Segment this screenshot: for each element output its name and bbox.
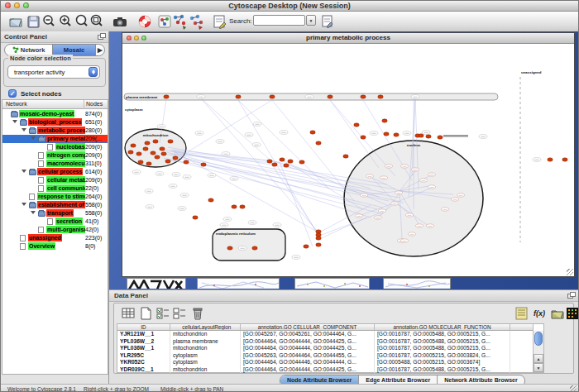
new-attribute-icon[interactable] [138,306,153,321]
table-column-header[interactable]: _cellularLayoutRegion [170,324,241,331]
table-cell[interactable]: [GO:0016787, GO:0005488, GO:0005215, G..… [375,345,510,352]
help-ring-icon[interactable] [136,13,153,30]
gene-node[interactable] [236,95,241,98]
table-cell[interactable]: YPL036W__2 [117,338,170,346]
expander-icon[interactable] [12,120,17,123]
gene-node[interactable] [184,160,189,164]
tree-row-label[interactable]: transport [46,209,74,217]
gene-node[interactable] [562,158,567,161]
window-resize-grip[interactable] [567,269,573,275]
gene-node[interactable] [384,132,389,136]
tree-row[interactable]: secretion41(0) [2,218,108,226]
gene-node[interactable] [164,95,169,98]
tree-row[interactable]: response to stimulu264(0) [2,193,108,201]
scrollbar-thumb[interactable] [534,332,543,346]
tree-row-label[interactable]: response to stimulu [37,193,85,200]
search-advanced-icon[interactable] [320,14,337,31]
tree-row-label[interactable]: Overview [28,242,55,250]
expander-icon[interactable] [22,203,26,206]
tree-row[interactable]: cellular metabol209(0) [2,176,108,184]
gene-node[interactable] [382,119,387,122]
network-window-title-bar[interactable]: primary metabolic process [122,33,574,44]
select-nodes-checkbox[interactable]: ✓ [8,89,17,98]
gene-node[interactable] [361,136,366,139]
gene-node[interactable] [168,140,173,143]
gene-node[interactable] [151,151,156,155]
gene-node[interactable] [304,245,309,248]
background-window-3[interactable] [294,278,370,289]
table-cell[interactable]: YKR052C [117,359,170,366]
background-window-4[interactable] [383,278,451,289]
gene-node[interactable] [310,131,315,134]
gene-node[interactable] [145,141,150,145]
tree-row-label[interactable]: secretion [55,218,83,225]
table-cell[interactable]: mitochondrion [170,366,241,374]
tree-row-label[interactable]: multi-organism pro [46,226,85,233]
gene-node[interactable] [161,152,166,155]
gene-node[interactable] [438,136,443,139]
zoom-selected-icon[interactable] [89,13,105,30]
gene-node[interactable] [316,230,321,233]
table-cell[interactable]: [GO:0005488, GO:0005215, GO:0003674] [375,359,510,366]
table-cell[interactable]: [GO:0016787, GO:0005488, GO:0005215, G..… [375,331,510,338]
expander-icon[interactable] [22,170,26,173]
gene-node[interactable] [208,198,213,202]
gene-node[interactable] [146,162,151,165]
select-attributes-icon[interactable] [156,306,170,321]
annotation-page-icon[interactable] [211,13,227,30]
table-cell[interactable]: [GO:0044464, GO:0044444, GO:0044425, G..… [241,345,375,352]
gene-node[interactable] [548,158,553,161]
tree-row[interactable]: nucleobase-209(0) [2,143,108,151]
save-icon[interactable] [25,13,41,30]
expander-icon[interactable] [31,136,36,140]
gene-node[interactable] [316,141,321,145]
table-cell[interactable]: [GO:0044464, GO:0044444, GO:0044425, G..… [241,338,375,346]
gene-node[interactable] [267,160,272,163]
tree-row[interactable]: metabolic process280(0) [2,127,108,135]
gene-node[interactable] [201,163,206,166]
tree-row[interactable]: cell communicat22(0) [2,184,108,193]
app-resize-grip[interactable] [570,385,577,392]
node-color-dropdown[interactable]: transporter activity [7,65,100,79]
table-column-header[interactable]: annotation.GO MOLECULAR_FUNCTION [375,324,510,331]
tree-row-label[interactable]: nitrogen compo [46,151,85,159]
table-column-header[interactable] [510,324,534,331]
expander-icon[interactable] [31,211,36,214]
gene-node[interactable] [272,163,277,166]
data-panel-float-icon[interactable] [567,292,575,299]
layout-network-1-icon[interactable] [171,13,188,30]
tree-row-label[interactable]: mosaic-demo-yeast [19,110,74,117]
gene-node[interactable] [227,246,232,250]
tree-row[interactable]: mosaic-demo-yeast874(0) [2,110,108,118]
zoom-fit-icon[interactable] [74,13,90,30]
network-canvas[interactable]: plasma membranecytoplasmmitochondrionnuc… [122,44,574,276]
snapshot-camera-icon[interactable] [112,13,128,30]
delete-attribute-icon[interactable] [190,306,205,321]
gene-node[interactable] [378,95,383,98]
tree-row-label[interactable]: cellular process [37,168,83,175]
tree-row-label[interactable]: primary metabolic process [46,135,85,142]
table-cell[interactable]: plasma membrane [170,338,241,346]
float-panel-icon[interactable] [98,33,105,40]
tree-row-label[interactable]: unassigned [28,234,62,241]
tree-row-label[interactable]: nucleobase- [55,143,85,151]
tree-row-label[interactable]: macromolecule [46,160,85,167]
gene-node[interactable] [361,95,366,98]
table-cell[interactable]: YDR039C__1 [117,366,170,374]
attribute-grid-icon[interactable] [121,306,136,321]
gene-node[interactable] [155,155,160,159]
function-builder-icon[interactable]: f(x) [534,306,548,321]
gene-node[interactable] [280,158,285,161]
tree-row-label[interactable]: cellular metabol [46,176,85,184]
zoom-in-icon[interactable] [57,13,74,30]
gene-node[interactable] [316,233,321,237]
gene-node[interactable] [394,133,399,136]
tree-row-label[interactable]: metabolic process [37,127,85,134]
gene-node[interactable] [240,205,245,208]
table-cell[interactable]: mitochondrion [170,345,241,352]
expander-icon[interactable] [22,128,26,131]
attribute-list-icon[interactable] [514,306,529,321]
scroll-up-icon[interactable]: ▲ [534,354,543,363]
gene-node[interactable] [131,144,136,147]
search-input[interactable] [253,15,305,26]
